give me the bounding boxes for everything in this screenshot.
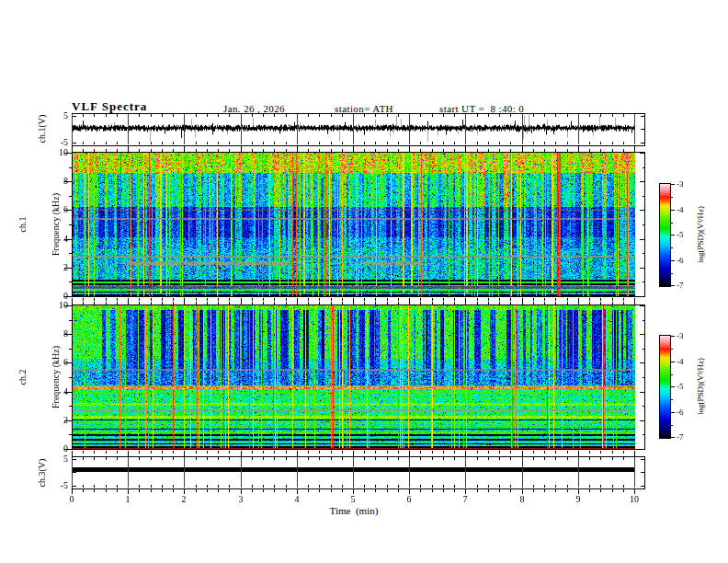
tick-mark [612, 457, 613, 460]
tick-mark [196, 114, 197, 117]
tick-mark [173, 298, 174, 301]
tick-mark [229, 451, 230, 454]
tick-mark [73, 472, 76, 473]
tick-mark [643, 282, 645, 282]
tick-mark [342, 489, 343, 492]
tick-mark [139, 149, 140, 152]
tick-mark [69, 224, 72, 225]
tick-mark [331, 302, 332, 304]
tick-mark [308, 149, 309, 152]
tick-mark [106, 489, 107, 492]
tick-mark [207, 457, 208, 460]
x-tick-label: 2 [175, 494, 193, 505]
tick-mark [375, 489, 376, 492]
tick-mark [72, 451, 73, 456]
tick-mark [420, 489, 421, 492]
tick-mark [544, 149, 545, 152]
tick-mark [443, 149, 444, 152]
colorbar-tick [671, 247, 673, 248]
tick-mark [162, 485, 163, 488]
tick-mark [555, 457, 556, 460]
tick-mark [252, 142, 253, 144]
tick-mark [162, 451, 163, 454]
tick-mark [375, 457, 376, 460]
tick-mark [106, 149, 107, 152]
tick-mark [331, 457, 332, 460]
tick-mark [263, 298, 264, 301]
tick-mark [319, 451, 320, 454]
tick-mark [286, 489, 287, 492]
tick-mark [510, 451, 511, 454]
tick-mark [477, 149, 478, 152]
tick-mark [533, 298, 534, 301]
tick-mark [643, 406, 645, 407]
tick-mark [319, 489, 320, 492]
tick-mark [162, 149, 163, 152]
minute-gridline [241, 114, 242, 144]
tick-mark [643, 434, 645, 435]
tick-mark [207, 451, 208, 454]
tick-mark [196, 457, 197, 460]
tick-mark [184, 146, 185, 152]
tick-mark [297, 451, 298, 456]
tick-mark [94, 298, 95, 301]
tick-mark [589, 451, 590, 454]
tick-mark [420, 451, 421, 454]
tick-mark [308, 457, 309, 460]
tick-mark [286, 298, 287, 301]
tick-mark [533, 451, 534, 454]
tick-mark [398, 302, 399, 304]
tick-mark [555, 489, 556, 492]
y-tick-label: 2 [44, 415, 68, 426]
tick-mark [69, 320, 72, 321]
tick-mark [567, 302, 568, 304]
tick-mark [241, 451, 242, 456]
tick-mark [274, 149, 275, 152]
tick-mark [477, 451, 478, 454]
panel-ch1-spectrogram [72, 152, 645, 297]
tick-mark [252, 451, 253, 454]
tick-mark [94, 457, 95, 460]
tick-mark [94, 142, 95, 144]
tick-mark [589, 114, 590, 117]
tick-mark [139, 489, 140, 492]
tick-mark [342, 149, 343, 152]
tick-mark [398, 298, 399, 301]
colorbar-tick [671, 223, 673, 224]
tick-mark [387, 149, 388, 152]
tick-mark [499, 298, 500, 301]
minute-gridline [409, 457, 410, 488]
tick-mark [184, 451, 185, 456]
tick-mark [252, 485, 253, 488]
tick-mark [308, 298, 309, 301]
tick-mark [432, 451, 433, 454]
x-tick-label: 9 [569, 494, 587, 505]
y-tick-label: 4 [44, 234, 68, 245]
tick-mark [488, 457, 489, 460]
tick-mark [139, 451, 140, 454]
tick-mark [117, 114, 118, 117]
tick-mark [589, 489, 590, 492]
colorbar-tick [671, 399, 673, 400]
tick-mark [398, 457, 399, 460]
tick-mark [117, 298, 118, 301]
tick-mark [173, 302, 174, 304]
y-tick-label: -5 [44, 137, 68, 148]
tick-mark [162, 489, 163, 492]
colorbar-tick-label: -5 [677, 229, 697, 240]
colorbar-tick-label: -4 [677, 204, 697, 215]
tick-mark [207, 489, 208, 492]
tick-mark [522, 146, 523, 152]
tick-mark [151, 489, 152, 492]
tick-mark [643, 377, 645, 378]
tick-mark [443, 457, 444, 460]
tick-mark [612, 298, 613, 301]
tick-mark [454, 457, 455, 460]
tick-mark [308, 451, 309, 454]
tick-mark [151, 302, 152, 304]
tick-mark [555, 302, 556, 304]
x-axis-label: Time (min) [308, 505, 400, 516]
tick-mark [139, 485, 140, 488]
tick-mark [398, 451, 399, 454]
tick-mark [128, 146, 129, 152]
